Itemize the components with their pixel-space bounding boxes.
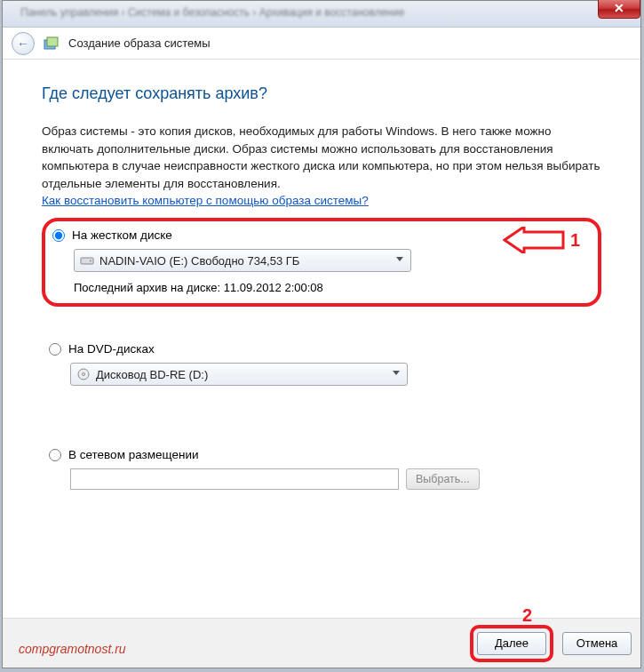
chevron-down-icon [396,257,403,261]
help-link[interactable]: Как восстановить компьютер с помощью обр… [42,194,369,207]
back-button[interactable]: ← [12,32,35,55]
close-icon: ✕ [614,1,624,15]
radio-hdd-label: На жестком диске [72,228,172,242]
network-path-input[interactable] [70,468,399,490]
combo-hdd[interactable]: NADIN-VAIO (E:) Свободно 734,53 ГБ [74,249,411,272]
description-text: Образ системы - это копия дисков, необхо… [42,123,601,192]
svg-rect-1 [47,37,58,46]
browse-button[interactable]: Выбрать... [406,468,480,490]
footer: compgramotnost.ru 2 Далее Отмена [3,618,640,668]
page-title: Создание образа системы [68,36,211,50]
option-hdd-block: 1 На жестком диске NADIN-VAIO (E:) Свобо… [42,218,601,307]
combo-dvd[interactable]: Дисковод BD-RE (D:) [70,363,408,386]
radio-dvd[interactable] [49,343,61,356]
watermark-text: compgramotnost.ru [19,642,126,656]
subheader: ← Создание образа системы [3,28,640,60]
breadcrumb: Панель управления › Система и безопаснос… [20,6,404,19]
question-heading: Где следует сохранять архив? [42,84,601,103]
next-button[interactable]: Далее [477,632,546,655]
radio-network-label: В сетевом размещении [68,448,199,461]
arrow-left-icon: ← [17,36,29,51]
annotation-box-2: 2 Далее [470,625,553,662]
combo-hdd-text: NADIN-VAIO (E:) Свободно 734,53 ГБ [99,254,299,268]
annotation-number-1: 1 [570,230,580,251]
option-dvd-block: На DVD-дисках Дисковод BD-RE (D:) [42,335,601,395]
svg-point-3 [90,260,91,262]
combo-dvd-text: Дисковод BD-RE (D:) [96,368,208,381]
cancel-button[interactable]: Отмена [562,632,632,655]
drive-icon [80,253,94,268]
radio-dvd-label: На DVD-дисках [68,342,155,356]
close-button[interactable]: ✕ [598,0,640,19]
svg-point-5 [83,373,85,376]
annotation-number-2: 2 [522,605,532,626]
last-archive-text: Последний архив на диске: 11.09.2012 2:0… [74,281,591,294]
annotation-arrow-1: 1 [503,227,580,253]
system-image-icon [44,36,60,52]
option-network-block: В сетевом размещении Выбрать... [42,441,601,499]
disc-icon [76,367,91,381]
titlebar: Панель управления › Система и безопаснос… [3,1,640,28]
radio-network[interactable] [49,449,61,461]
radio-hdd[interactable] [52,229,65,242]
content: Где следует сохранять архив? Образ систе… [3,60,640,509]
wizard-window: Панель управления › Система и безопаснос… [2,0,641,668]
chevron-down-icon [393,371,400,375]
